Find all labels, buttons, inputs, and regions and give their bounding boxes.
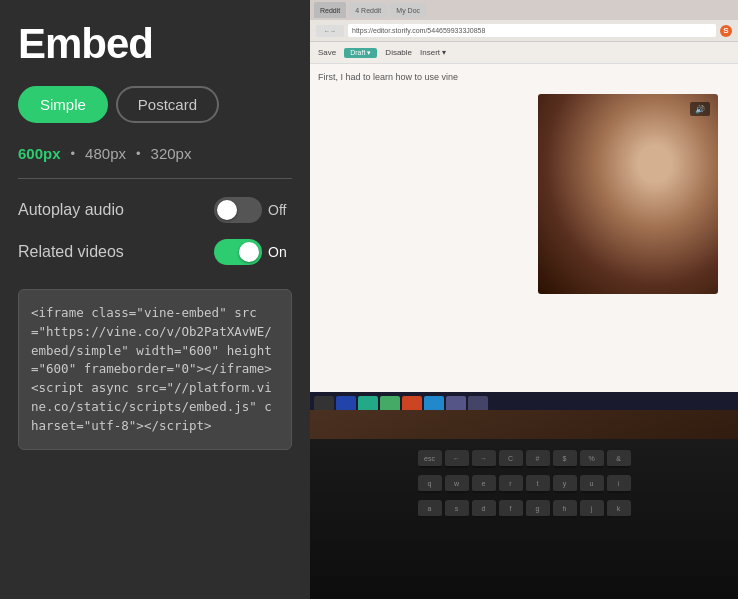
taskbar-icon-5 — [402, 396, 422, 410]
toolbar-insert: Insert ▾ — [420, 48, 446, 57]
url-display: https://editor.storify.com/5446599333J08… — [348, 24, 716, 37]
autoplay-row: Autoplay audio Off — [18, 197, 292, 223]
browser-tab-1: Reddit — [314, 2, 346, 18]
taskbar-icon-2 — [336, 396, 356, 410]
laptop-screen: Reddit 4 Reddit My Doc ←→ https://editor… — [310, 0, 738, 410]
size-320[interactable]: 320px — [151, 145, 192, 162]
key-g: g — [526, 500, 550, 518]
video-thumbnail: 🔊 — [538, 94, 718, 294]
keyboard: esc ← → C # $ % & q w e r t y u i a — [310, 439, 738, 599]
key-r: r — [499, 475, 523, 493]
taskbar — [310, 392, 738, 410]
right-panel: Reddit 4 Reddit My Doc ←→ https://editor… — [310, 0, 738, 599]
size-480[interactable]: 480px — [85, 145, 126, 162]
browser-back-btn[interactable]: ←→ — [316, 25, 344, 37]
autoplay-thumb — [217, 200, 237, 220]
related-label: Related videos — [18, 243, 124, 261]
browser-tab-3: My Doc — [390, 3, 426, 17]
toolbar-draft: Draft ▾ — [344, 48, 377, 58]
tab-postcard[interactable]: Postcard — [116, 86, 219, 123]
taskbar-icon-4 — [380, 396, 400, 410]
embed-code: <iframe class="vine-embed" src="https://… — [31, 304, 279, 435]
key-y: y — [553, 475, 577, 493]
key-q: q — [418, 475, 442, 493]
browser-tabs-bar: Reddit 4 Reddit My Doc — [310, 0, 738, 20]
autoplay-state: Off — [268, 202, 292, 218]
key-pct: % — [580, 450, 604, 468]
keyboard-row-2: q w e r t y u i — [418, 475, 631, 493]
key-dollar: $ — [553, 450, 577, 468]
storify-logo: S — [720, 25, 732, 37]
key-s: s — [445, 500, 469, 518]
video-content-area — [538, 94, 718, 294]
editor-content: First, I had to learn how to use vine 🔊 — [310, 64, 738, 410]
related-toggle-container: On — [214, 239, 292, 265]
key-e: e — [472, 475, 496, 493]
story-text: First, I had to learn how to use vine — [318, 72, 730, 82]
key-k: k — [607, 500, 631, 518]
keyboard-row-3: a s d f g h j k — [418, 500, 631, 518]
key-c: C — [499, 450, 523, 468]
taskbar-icon-8 — [468, 396, 488, 410]
key-a: a — [418, 500, 442, 518]
left-panel: Embed Simple Postcard 600px • 480px • 32… — [0, 0, 310, 599]
autoplay-toggle[interactable] — [214, 197, 262, 223]
key-h: h — [553, 500, 577, 518]
key-t: t — [526, 475, 550, 493]
divider — [18, 178, 292, 179]
size-dot-2: • — [136, 146, 141, 161]
related-toggle[interactable] — [214, 239, 262, 265]
key-esc: esc — [418, 450, 442, 468]
related-row: Related videos On — [18, 239, 292, 265]
page-title: Embed — [18, 20, 292, 68]
related-state: On — [268, 244, 292, 260]
keyboard-row-1: esc ← → C # $ % & — [418, 450, 631, 468]
taskbar-icon-1 — [314, 396, 334, 410]
browser-tab-2: 4 Reddit — [349, 3, 387, 17]
taskbar-icon-7 — [446, 396, 466, 410]
key-d: d — [472, 500, 496, 518]
key-amp: & — [607, 450, 631, 468]
key-hash: # — [526, 450, 550, 468]
taskbar-icon-6 — [424, 396, 444, 410]
tab-row: Simple Postcard — [18, 86, 292, 123]
key-f: f — [499, 500, 523, 518]
autoplay-toggle-container: Off — [214, 197, 292, 223]
key-fwd: → — [472, 450, 496, 468]
speaker-symbol: 🔊 — [695, 105, 705, 114]
autoplay-label: Autoplay audio — [18, 201, 124, 219]
size-dot-1: • — [71, 146, 76, 161]
key-w: w — [445, 475, 469, 493]
code-box[interactable]: <iframe class="vine-embed" src="https://… — [18, 289, 292, 450]
url-text: https://editor.storify.com/5446599333J08… — [352, 27, 485, 34]
key-u: u — [580, 475, 604, 493]
toolbar-disable: Disable — [385, 48, 412, 57]
storify-s: S — [723, 26, 728, 35]
screenshot-area: Reddit 4 Reddit My Doc ←→ https://editor… — [310, 0, 738, 599]
toolbar-save: Save — [318, 48, 336, 57]
editor-toolbar: Save Draft ▾ Disable Insert ▾ — [310, 42, 738, 64]
browser-url-bar: ←→ https://editor.storify.com/5446599333… — [310, 20, 738, 42]
size-600[interactable]: 600px — [18, 145, 61, 162]
key-i: i — [607, 475, 631, 493]
key-back: ← — [445, 450, 469, 468]
size-row: 600px • 480px • 320px — [18, 145, 292, 162]
key-j: j — [580, 500, 604, 518]
taskbar-icon-3 — [358, 396, 378, 410]
speaker-icon: 🔊 — [690, 102, 710, 116]
tab-simple[interactable]: Simple — [18, 86, 108, 123]
related-thumb — [239, 242, 259, 262]
taskbar-icons — [314, 396, 488, 410]
